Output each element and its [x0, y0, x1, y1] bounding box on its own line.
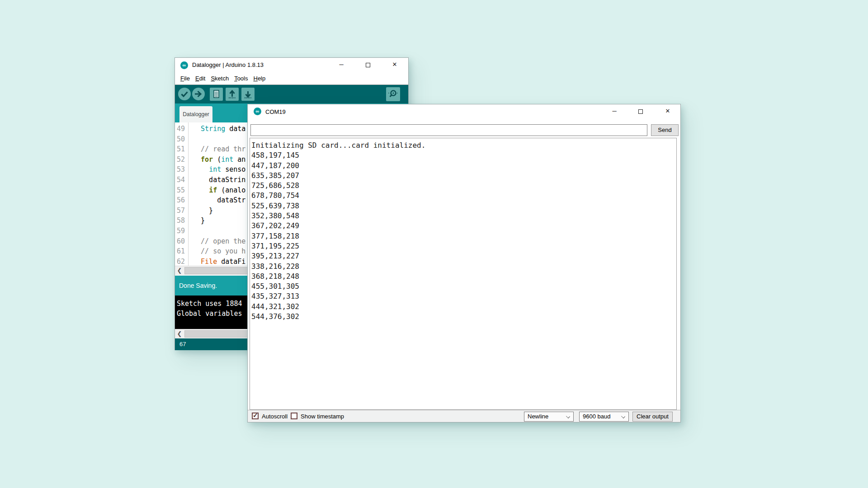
line-number: 60: [175, 237, 188, 245]
line-number: 53: [175, 165, 188, 174]
serial-window-title: COM19: [265, 108, 286, 115]
line-ending-value: Newline: [528, 413, 548, 420]
serial-line: 447,187,200: [251, 161, 675, 171]
code-text: // so you h: [188, 247, 245, 255]
serial-titlebar[interactable]: ∞ COM19 ─ ✕: [248, 104, 680, 119]
autoscroll-checkbox[interactable]: [252, 413, 259, 419]
maximize-icon: [638, 109, 643, 114]
baud-rate-value: 9600 baud: [583, 413, 610, 420]
save-button[interactable]: [241, 88, 255, 103]
line-number: 52: [175, 155, 188, 164]
new-sketch-button[interactable]: [210, 88, 223, 103]
serial-output[interactable]: Initializing SD card...card initialized.…: [250, 138, 677, 410]
serial-line: 395,213,227: [251, 252, 675, 262]
upload-button[interactable]: [192, 87, 205, 103]
serial-monitor-icon: [386, 87, 400, 101]
code-text: // read thr: [188, 145, 245, 153]
line-number: 55: [175, 186, 188, 194]
serial-bottom-bar: Autoscroll Show timestamp Newline 9600 b…: [248, 410, 680, 422]
upload-icon: [192, 87, 205, 101]
line-number: 50: [175, 135, 188, 143]
serial-line: 458,197,145: [251, 151, 675, 161]
line-number: 57: [175, 206, 188, 215]
serial-maximize-button[interactable]: [633, 104, 648, 118]
line-number: 54: [175, 176, 188, 184]
serial-line: 544,376,302: [251, 312, 675, 322]
tab-datalogger[interactable]: Datalogger: [179, 106, 212, 122]
serial-line: 435,327,313: [251, 292, 675, 302]
scroll-left-icon[interactable]: ❮: [175, 266, 184, 275]
chevron-down-icon: [621, 414, 625, 418]
line-number: 61: [175, 247, 188, 255]
code-text: dataStrin: [188, 176, 245, 184]
code-text: File dataFi: [188, 258, 245, 266]
code-text: // open the: [188, 237, 245, 245]
serial-line: 455,301,305: [251, 282, 675, 292]
code-text: if (analo: [188, 186, 245, 194]
line-number: 51: [175, 145, 188, 153]
menu-item-help[interactable]: Help: [250, 73, 268, 82]
serial-line: 367,202,249: [251, 221, 675, 231]
scroll-left-icon[interactable]: ❮: [175, 329, 184, 338]
serial-line: 371,195,225: [251, 242, 675, 252]
ide-window-title: Datalogger | Arduino 1.8.13: [192, 61, 264, 68]
serial-minimize-button[interactable]: ─: [607, 104, 622, 118]
ide-toolbar: [175, 85, 408, 103]
code-text: for (int an: [188, 155, 245, 164]
verify-icon: [178, 87, 191, 101]
menu-item-edit[interactable]: Edit: [193, 73, 208, 82]
ide-titlebar[interactable]: ∞ Datalogger | Arduino 1.8.13 ─ ✕: [175, 58, 408, 73]
arduino-logo-icon: ∞: [254, 108, 261, 115]
new-sketch-icon: [210, 88, 223, 101]
baud-rate-dropdown[interactable]: 9600 baud: [579, 412, 629, 422]
serial-line: 444,321,302: [251, 302, 675, 312]
clear-output-button[interactable]: Clear output: [632, 412, 673, 422]
menu-item-file[interactable]: File: [178, 73, 193, 82]
serial-line: 678,780,754: [251, 191, 675, 201]
ide-close-button[interactable]: ✕: [387, 58, 402, 71]
serial-line: 635,385,207: [251, 171, 675, 181]
serial-line: Initializing SD card...card initialized.: [251, 141, 675, 151]
timestamp-label: Show timestamp: [301, 413, 344, 420]
menu-item-sketch[interactable]: Sketch: [208, 73, 231, 82]
chevron-down-icon: [566, 414, 570, 418]
maximize-icon: [366, 63, 370, 67]
serial-line: 368,218,248: [251, 272, 675, 282]
code-text: [188, 227, 193, 235]
line-ending-dropdown[interactable]: Newline: [524, 412, 574, 422]
serial-line: 338,216,228: [251, 262, 675, 272]
ide-menubar: FileEditSketchToolsHelp: [175, 73, 408, 85]
line-number: 49: [175, 125, 188, 133]
serial-monitor-window: ∞ COM19 ─ ✕ Send Initializing SD card...…: [247, 104, 681, 422]
serial-line: 725,686,528: [251, 181, 675, 191]
code-text: int senso: [188, 165, 245, 174]
save-icon: [241, 88, 255, 101]
line-number: 59: [175, 227, 188, 235]
ide-maximize-button[interactable]: [361, 58, 375, 71]
code-text: dataStr: [188, 196, 245, 204]
code-text: }: [188, 216, 205, 225]
serial-monitor-button[interactable]: [386, 87, 400, 103]
serial-line: 525,639,738: [251, 202, 675, 211]
code-text: [188, 135, 193, 143]
menu-item-tools[interactable]: Tools: [231, 73, 250, 82]
line-number: 62: [175, 258, 188, 266]
open-button[interactable]: [226, 88, 239, 103]
desktop: { "colors": { "desktop_background": "#da…: [0, 0, 868, 488]
line-number: 58: [175, 216, 188, 225]
code-text: String data: [188, 125, 245, 133]
ide-minimize-button[interactable]: ─: [334, 58, 349, 71]
serial-line: 352,380,548: [251, 211, 675, 221]
open-icon: [226, 88, 239, 101]
serial-send-input[interactable]: [250, 124, 647, 136]
code-text: }: [188, 206, 213, 215]
serial-line: 377,158,218: [251, 232, 675, 242]
autoscroll-label: Autoscroll: [262, 413, 288, 420]
arduino-logo-icon: ∞: [180, 61, 188, 69]
verify-button[interactable]: [178, 87, 191, 103]
timestamp-checkbox[interactable]: [291, 413, 297, 419]
serial-close-button[interactable]: ✕: [660, 104, 675, 118]
send-button[interactable]: Send: [651, 124, 679, 136]
line-number: 56: [175, 196, 188, 204]
